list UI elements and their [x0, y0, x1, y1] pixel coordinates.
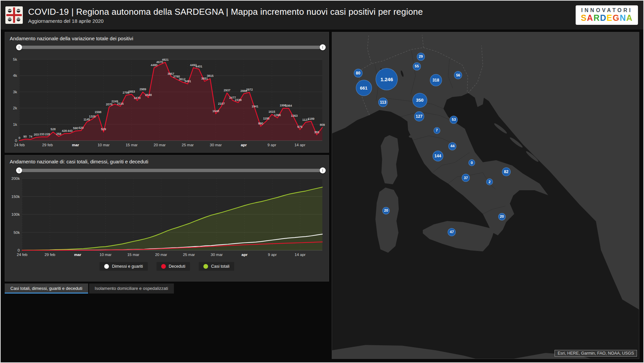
map-bubble-abruzzo[interactable]: 44 [448, 142, 456, 150]
map-bubble-lombardia[interactable]: 1.246 [376, 68, 398, 90]
map-bubble-calabria[interactable]: 20 [498, 213, 506, 220]
slider-handle-left[interactable] [16, 44, 22, 50]
svg-text:2470: 2470 [134, 96, 141, 100]
map-bubble-umbria[interactable]: 7 [434, 127, 440, 134]
legend-label: Deceduti [169, 264, 185, 269]
totals-line-chart[interactable]: 050k100k150k200k24 feb29 febmar10 mar15 … [5, 174, 329, 259]
svg-text:4480: 4480 [151, 63, 157, 67]
logo-letter: R [593, 13, 600, 22]
slider-handle-right[interactable] [320, 167, 326, 173]
svg-text:1941: 1941 [252, 105, 258, 108]
covid-dashboard: COVID-19 | Regiona autonoma della SARDEG… [0, 0, 644, 363]
logo-letter: A [587, 13, 594, 22]
svg-text:30 mar: 30 mar [211, 253, 223, 257]
innovatori-sardegna-logo: INNOVATORI SARDEGNA [576, 5, 638, 25]
svg-text:675: 675 [297, 125, 302, 128]
legend-item[interactable]: Deceduti [156, 262, 190, 271]
map-bubble-piemonte[interactable]: 661 [356, 80, 372, 96]
variation-line-chart[interactable]: 01k2k3k4k5k24 feb29 febmar10 mar15 mar20… [5, 51, 329, 149]
map-bubble-campania[interactable]: 37 [462, 174, 470, 182]
slider-track[interactable] [19, 169, 323, 172]
svg-text:mar: mar [74, 253, 81, 257]
map-bubble-emilia-romagna[interactable]: 350 [412, 93, 427, 108]
map-bubble-molise[interactable]: 0 [468, 159, 475, 166]
map-bubble-trento[interactable]: 55 [413, 62, 421, 70]
svg-text:apr: apr [242, 253, 248, 257]
svg-text:100k: 100k [11, 212, 20, 216]
logo-letter: A [626, 13, 633, 22]
svg-text:0: 0 [18, 248, 20, 252]
legend-dot-icon [161, 264, 166, 269]
svg-text:mar: mar [72, 143, 79, 147]
map-bubble-friuli-venezia-giulia[interactable]: 56 [454, 71, 462, 79]
svg-text:20 mar: 20 mar [155, 253, 167, 257]
svg-text:2989: 2989 [139, 88, 146, 91]
svg-text:590: 590 [73, 126, 78, 130]
map-bubble-liguria[interactable]: 113 [378, 98, 388, 107]
totals-time-range-slider[interactable] [19, 167, 323, 174]
svg-text:150k: 150k [11, 195, 20, 199]
svg-text:528: 528 [51, 127, 56, 131]
tab-casi-totali[interactable]: Casi totali, dimessi, guariti e deceduti [5, 283, 88, 294]
svg-text:880: 880 [258, 122, 263, 125]
svg-text:1598: 1598 [94, 110, 101, 114]
svg-text:14 apr: 14 apr [295, 253, 306, 257]
svg-text:228: 228 [45, 133, 50, 136]
content: Andamento nazionale della variazione tot… [1, 30, 643, 362]
svg-text:5k: 5k [13, 57, 17, 61]
svg-text:1396: 1396 [274, 113, 281, 117]
map-bubble-valle-daosta[interactable]: 80 [354, 69, 363, 77]
svg-text:2648: 2648 [145, 93, 152, 97]
svg-text:1195: 1195 [263, 117, 269, 120]
svg-text:529: 529 [101, 127, 106, 131]
map-bubble-veneto[interactable]: 318 [430, 74, 442, 86]
svg-text:15 mar: 15 mar [127, 253, 139, 257]
map-bubble-basilicata[interactable]: 2 [486, 178, 493, 185]
svg-text:233: 233 [39, 133, 44, 136]
svg-text:200k: 200k [11, 176, 20, 180]
map-bubble-bolzano[interactable]: 29 [417, 53, 425, 61]
svg-text:apr: apr [241, 143, 247, 147]
map-bubble-layer: 2955801.24656318661113350127537441440378… [332, 32, 639, 359]
svg-text:1615: 1615 [268, 110, 275, 113]
svg-text:2k: 2k [13, 106, 17, 110]
logo-letter: S [581, 13, 587, 22]
sardegna-crest-logo [5, 6, 23, 24]
totals-panel-title: Andamento nazionale di: casi totali, dim… [5, 155, 329, 166]
svg-text:443: 443 [67, 129, 72, 133]
svg-text:25 mar: 25 mar [183, 253, 195, 257]
page-title: COVID-19 | Regiona autonoma della SARDEG… [28, 7, 423, 17]
map-panel[interactable]: 2955801.24656318661113350127537441440378… [332, 32, 639, 359]
svg-text:1326: 1326 [89, 115, 96, 118]
legend-item[interactable]: Casi totali [199, 262, 234, 271]
legend-item[interactable]: Dimessi e guariti [100, 262, 147, 271]
variation-time-range-slider[interactable] [19, 44, 323, 51]
slider-track[interactable] [19, 46, 323, 49]
svg-text:2853: 2853 [128, 90, 135, 93]
map-bubble-toscana[interactable]: 127 [414, 111, 424, 121]
svg-text:2116: 2116 [117, 102, 124, 105]
slider-handle-left[interactable] [16, 167, 22, 173]
chart-legend: Dimessi e guaritiDecedutiCasi totali [5, 259, 329, 274]
bottom-tab-bar: Casi totali, dimessi, guariti e deceduti… [5, 283, 329, 294]
svg-text:2107: 2107 [218, 102, 225, 105]
innovatori-logo-word: SARDEGNA [580, 14, 633, 22]
tab-isolamento[interactable]: Isolamento domiciliare e ospedalizzati [89, 283, 174, 294]
map-bubble-marche[interactable]: 53 [450, 116, 458, 124]
svg-text:0: 0 [15, 139, 17, 143]
svg-text:4401: 4401 [196, 65, 202, 68]
map-attribution: Esri, HERE, Garmin, FAO, NOAA, USGS [555, 350, 637, 357]
variation-chart-panel: Andamento nazionale della variazione tot… [5, 32, 329, 153]
header: COVID-19 | Regiona autonoma della SARDEG… [1, 1, 643, 30]
svg-text:30 mar: 30 mar [210, 143, 222, 147]
map-bubble-sardegna[interactable]: 20 [382, 207, 390, 214]
svg-text:3491: 3491 [184, 80, 191, 83]
map-bubble-puglia[interactable]: 82 [502, 167, 511, 176]
map-bubble-sicilia[interactable]: 47 [448, 228, 456, 236]
slider-handle-right[interactable] [320, 44, 326, 50]
legend-dot-icon [203, 264, 208, 269]
map-bubble-lazio[interactable]: 144 [433, 151, 443, 161]
svg-text:809: 809 [320, 123, 325, 126]
logo-letter: E [606, 13, 613, 22]
legend-label: Casi totali [211, 264, 230, 269]
